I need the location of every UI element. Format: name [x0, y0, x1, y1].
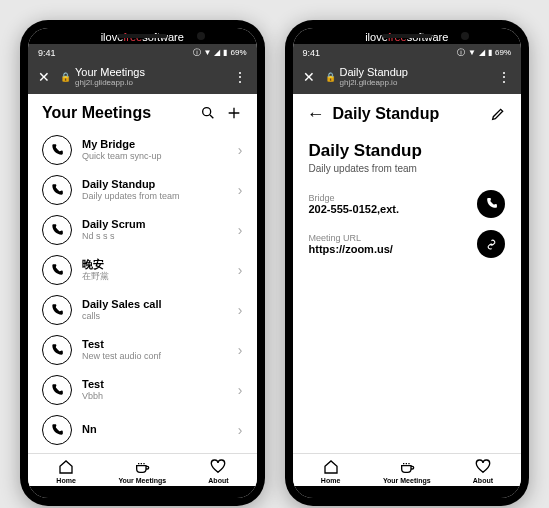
- nav-meetings[interactable]: Your Meetings: [104, 458, 180, 484]
- battery-icon: ▮: [488, 48, 492, 57]
- chevron-right-icon: ›: [238, 142, 243, 158]
- detail-title: Daily Standup: [309, 141, 506, 161]
- phone-icon: [42, 375, 72, 405]
- list-item-title: My Bridge: [82, 138, 228, 151]
- bottom-nav: Home Your Meetings About: [293, 453, 522, 486]
- lock-icon: 🔒: [60, 72, 71, 82]
- list-item-text: Daily ScrumNd s s s: [82, 218, 228, 242]
- kebab-menu-icon[interactable]: ⋮: [233, 69, 247, 85]
- phone-icon: [42, 135, 72, 165]
- appbar-subtitle: ghj2l.glideapp.io: [340, 78, 409, 88]
- watermark: ilovefreesoftware: [293, 28, 522, 44]
- svg-point-0: [202, 107, 210, 115]
- watermark: ilovefreesoftware: [28, 28, 257, 44]
- phone-icon: [42, 335, 72, 365]
- nav-home[interactable]: Home: [28, 458, 104, 484]
- page-title: Daily Standup: [333, 105, 482, 123]
- list-item-title: Daily Sales call: [82, 298, 228, 311]
- list-item-text: My BridgeQuick team sync-up: [82, 138, 228, 162]
- app-bar: ✕ 🔒 Your Meetings ghj2l.glideapp.io ⋮: [28, 61, 257, 94]
- list-item-text: TestNew test audio conf: [82, 338, 228, 362]
- phone-icon: [42, 415, 72, 445]
- appbar-title: Daily Standup: [340, 67, 409, 78]
- list-item[interactable]: TestNew test audio conf›: [38, 330, 247, 370]
- chevron-right-icon: ›: [238, 182, 243, 198]
- phone-icon: [42, 175, 72, 205]
- screen-right: ilovefreesoftware 9:41 ⓘ ▼ ◢ ▮ 69% ✕ 🔒 D…: [293, 28, 522, 498]
- heart-icon: [474, 458, 492, 476]
- chevron-right-icon: ›: [238, 342, 243, 358]
- nav-handle: [28, 486, 257, 498]
- list-item-subtitle: Quick team sync-up: [82, 151, 228, 162]
- detail-row-url: Meeting URL https://zoom.us/: [309, 230, 506, 258]
- list-item[interactable]: Daily ScrumNd s s s›: [38, 210, 247, 250]
- info-icon: ⓘ: [193, 47, 201, 58]
- nav-handle: [293, 486, 522, 498]
- chevron-right-icon: ›: [238, 222, 243, 238]
- page-header: Your Meetings: [28, 94, 257, 130]
- appbar-title: Your Meetings: [75, 67, 145, 78]
- chevron-right-icon: ›: [238, 262, 243, 278]
- status-icons: ⓘ ▼ ◢ ▮ 69%: [457, 47, 511, 58]
- back-icon[interactable]: ←: [307, 104, 325, 125]
- screen-left: ilovefreesoftware 9:41 ⓘ ▼ ◢ ▮ 69% ✕ 🔒 Y…: [28, 28, 257, 498]
- close-icon[interactable]: ✕: [303, 69, 315, 85]
- bottom-nav: Home Your Meetings About: [28, 453, 257, 486]
- list-item-title: Nn: [82, 423, 228, 436]
- link-button[interactable]: [477, 230, 505, 258]
- list-item-title: Test: [82, 378, 228, 391]
- chevron-right-icon: ›: [238, 422, 243, 438]
- status-time: 9:41: [303, 48, 321, 58]
- search-icon[interactable]: [199, 104, 217, 122]
- detail-body: Daily Standup Daily updates from team Br…: [293, 133, 522, 453]
- close-icon[interactable]: ✕: [38, 69, 50, 85]
- wifi-icon: ▼: [468, 48, 476, 57]
- list-item[interactable]: TestVbbh›: [38, 370, 247, 410]
- status-icons: ⓘ ▼ ◢ ▮ 69%: [193, 47, 247, 58]
- list-item-text: 晚安在野黨: [82, 258, 228, 282]
- list-item-title: 晚安: [82, 258, 228, 271]
- heart-icon: [209, 458, 227, 476]
- page-title: Your Meetings: [42, 104, 191, 122]
- list-item-subtitle: Vbbh: [82, 391, 228, 402]
- detail-row-bridge: Bridge 202-555-0152,ext.: [309, 190, 506, 218]
- list-item-title: Daily Scrum: [82, 218, 228, 231]
- lock-icon: 🔒: [325, 72, 336, 82]
- list-item-text: Daily StandupDaily updates from team: [82, 178, 228, 202]
- bridge-value: 202-555-0152,ext.: [309, 203, 478, 215]
- app-bar: ✕ 🔒 Daily Standup ghj2l.glideapp.io ⋮: [293, 61, 522, 94]
- status-bar: 9:41 ⓘ ▼ ◢ ▮ 69%: [293, 44, 522, 61]
- bridge-label: Bridge: [309, 193, 478, 203]
- call-button[interactable]: [477, 190, 505, 218]
- phone-icon: [42, 255, 72, 285]
- chevron-right-icon: ›: [238, 302, 243, 318]
- list-item-text: TestVbbh: [82, 378, 228, 402]
- list-item-title: Daily Standup: [82, 178, 228, 191]
- kebab-menu-icon[interactable]: ⋮: [497, 69, 511, 85]
- page-header: ← Daily Standup: [293, 94, 522, 133]
- nav-meetings[interactable]: Your Meetings: [369, 458, 445, 484]
- nav-home[interactable]: Home: [293, 458, 369, 484]
- list-item-text: Nn: [82, 423, 228, 436]
- svg-line-1: [210, 115, 213, 118]
- list-item-subtitle: calls: [82, 311, 228, 322]
- list-item-subtitle: Daily updates from team: [82, 191, 228, 202]
- phone-icon: [42, 295, 72, 325]
- list-item[interactable]: Daily StandupDaily updates from team›: [38, 170, 247, 210]
- phone-icon: [42, 215, 72, 245]
- list-item[interactable]: My BridgeQuick team sync-up›: [38, 130, 247, 170]
- phone-left: ilovefreesoftware 9:41 ⓘ ▼ ◢ ▮ 69% ✕ 🔒 Y…: [20, 20, 265, 506]
- battery-pct: 69%: [230, 48, 246, 57]
- list-item-subtitle: New test audio conf: [82, 351, 228, 362]
- nav-about[interactable]: About: [445, 458, 521, 484]
- wifi-icon: ▼: [204, 48, 212, 57]
- nav-about[interactable]: About: [180, 458, 256, 484]
- list-item[interactable]: 晚安在野黨›: [38, 250, 247, 290]
- add-icon[interactable]: [225, 104, 243, 122]
- detail-subtitle: Daily updates from team: [309, 163, 506, 174]
- list-item[interactable]: Daily Sales callcalls›: [38, 290, 247, 330]
- list-item-title: Test: [82, 338, 228, 351]
- list-item[interactable]: Nn›: [38, 410, 247, 450]
- edit-icon[interactable]: [489, 105, 507, 123]
- home-icon: [57, 458, 75, 476]
